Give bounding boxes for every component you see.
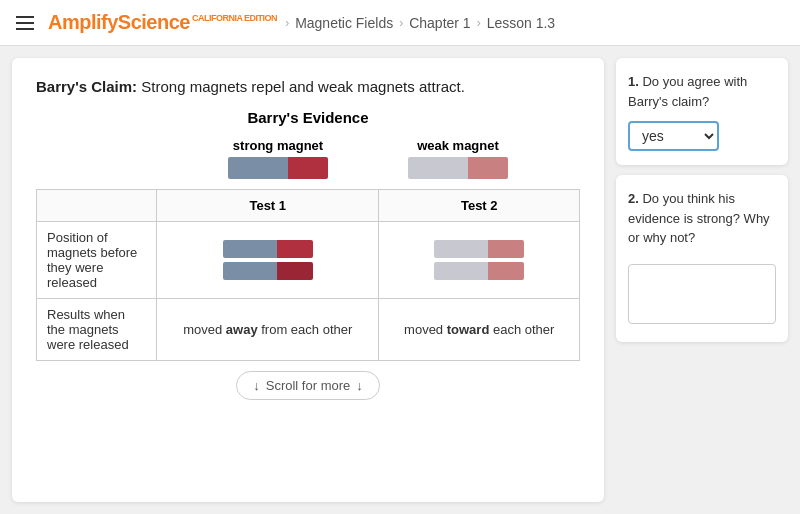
brand-suffix: California Edition bbox=[192, 13, 277, 23]
question-2-card: 2. Do you think his evidence is strong? … bbox=[616, 175, 788, 342]
breadcrumb-sep-2: › bbox=[399, 16, 403, 30]
q2-answer-textarea[interactable] bbox=[628, 264, 776, 324]
q1-answer-select[interactable]: yes no not sure bbox=[628, 121, 719, 151]
test1-position-cell bbox=[157, 222, 379, 299]
claim-prefix: Barry's Claim: bbox=[36, 78, 137, 95]
test2-result-cell: moved toward each other bbox=[379, 299, 580, 361]
test2-position-cell bbox=[379, 222, 580, 299]
col-header-test2: Test 2 bbox=[379, 190, 580, 222]
question-1-text: 1. Do you agree with Barry's claim? bbox=[628, 72, 776, 111]
test1-result-suffix: from each other bbox=[258, 322, 353, 337]
test2-top-magnet bbox=[434, 240, 524, 258]
t1-top-right bbox=[277, 240, 313, 258]
breadcrumb: › Magnetic Fields › Chapter 1 › Lesson 1… bbox=[285, 15, 555, 31]
question-1-card: 1. Do you agree with Barry's claim? yes … bbox=[616, 58, 788, 165]
test1-bot-magnet bbox=[223, 262, 313, 280]
t2-top-left bbox=[434, 240, 488, 258]
row-label-results: Results when the magnets were released bbox=[37, 299, 157, 361]
strong-magnet-left bbox=[228, 157, 288, 179]
claim-body: Strong magnets repel and weak magnets at… bbox=[137, 78, 465, 95]
table-row-position: Position of magnets before they were rel… bbox=[37, 222, 580, 299]
test1-top-magnet bbox=[223, 240, 313, 258]
scroll-down-icon-left: ↓ bbox=[253, 378, 260, 393]
evidence-table: Test 1 Test 2 Position of magnets before… bbox=[36, 189, 580, 361]
main-layout: Barry's Claim: Strong magnets repel and … bbox=[0, 46, 800, 514]
t1-bot-left bbox=[223, 262, 277, 280]
t2-bot-left bbox=[434, 262, 488, 280]
col-header-blank bbox=[37, 190, 157, 222]
test2-result-toward: toward bbox=[447, 322, 490, 337]
question-2-text: 2. Do you think his evidence is strong? … bbox=[628, 189, 776, 248]
test1-magnet-pair bbox=[167, 240, 368, 280]
weak-magnet-text: weak magnet bbox=[417, 138, 499, 153]
claim-statement: Barry's Claim: Strong magnets repel and … bbox=[36, 78, 580, 95]
breadcrumb-magnetic-fields[interactable]: Magnetic Fields bbox=[295, 15, 393, 31]
scroll-more-label: Scroll for more bbox=[266, 378, 351, 393]
scroll-down-icon-right: ↓ bbox=[356, 378, 363, 393]
t1-bot-right bbox=[277, 262, 313, 280]
test2-result-prefix: moved bbox=[404, 322, 447, 337]
app-header: AmplifyScienceCalifornia Edition › Magne… bbox=[0, 0, 800, 46]
breadcrumb-sep-1: › bbox=[285, 16, 289, 30]
test2-result-suffix: each other bbox=[489, 322, 554, 337]
t2-bot-right bbox=[488, 262, 524, 280]
q2-number: 2. bbox=[628, 191, 639, 206]
evidence-title: Barry's Evidence bbox=[36, 109, 580, 126]
q1-body: Do you agree with Barry's claim? bbox=[628, 74, 747, 109]
table-row-results: Results when the magnets were released m… bbox=[37, 299, 580, 361]
row-label-position: Position of magnets before they were rel… bbox=[37, 222, 157, 299]
col-header-test1: Test 1 bbox=[157, 190, 379, 222]
scroll-more-area: ↓ Scroll for more ↓ bbox=[36, 361, 580, 404]
strong-magnet-right bbox=[288, 157, 328, 179]
brand-logo: AmplifyScienceCalifornia Edition bbox=[48, 11, 277, 34]
brand-name: AmplifyScience bbox=[48, 11, 190, 33]
test2-bot-magnet bbox=[434, 262, 524, 280]
weak-magnet-left bbox=[408, 157, 468, 179]
t1-top-left bbox=[223, 240, 277, 258]
hamburger-menu[interactable] bbox=[16, 16, 34, 30]
q2-body: Do you think his evidence is strong? Why… bbox=[628, 191, 770, 245]
weak-magnet-right bbox=[468, 157, 508, 179]
strong-magnet-label: strong magnet bbox=[228, 138, 328, 179]
magnet-legend: strong magnet weak magnet bbox=[36, 138, 580, 179]
breadcrumb-lesson[interactable]: Lesson 1.3 bbox=[487, 15, 556, 31]
test1-result-text: moved away from each other bbox=[167, 320, 368, 340]
strong-magnet-bar bbox=[228, 157, 328, 179]
test1-result-prefix: moved bbox=[183, 322, 226, 337]
right-panel: 1. Do you agree with Barry's claim? yes … bbox=[610, 46, 800, 514]
main-content: Barry's Claim: Strong magnets repel and … bbox=[12, 58, 604, 502]
weak-magnet-bar bbox=[408, 157, 508, 179]
t2-top-right bbox=[488, 240, 524, 258]
strong-magnet-text: strong magnet bbox=[233, 138, 323, 153]
weak-magnet-label: weak magnet bbox=[408, 138, 508, 179]
scroll-more-button[interactable]: ↓ Scroll for more ↓ bbox=[236, 371, 380, 400]
test1-result-cell: moved away from each other bbox=[157, 299, 379, 361]
test2-magnet-pair bbox=[389, 240, 569, 280]
breadcrumb-chapter[interactable]: Chapter 1 bbox=[409, 15, 470, 31]
q1-number: 1. bbox=[628, 74, 639, 89]
test1-result-away: away bbox=[226, 322, 258, 337]
test2-result-text: moved toward each other bbox=[389, 320, 569, 340]
breadcrumb-sep-3: › bbox=[477, 16, 481, 30]
